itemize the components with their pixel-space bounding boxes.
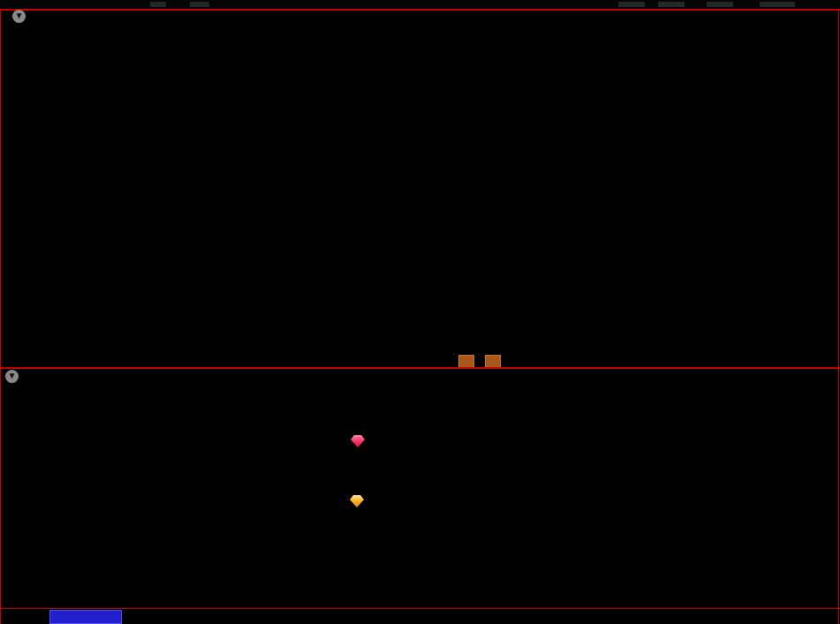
- right-border-line: [838, 9, 839, 624]
- gold-gem-icon: [350, 495, 364, 507]
- time-axis: [0, 609, 840, 624]
- rank-button[interactable]: [458, 355, 474, 368]
- first-date-box: [49, 610, 122, 624]
- candlestick-chart-canvas[interactable]: [0, 0, 840, 624]
- trading-app-window: ▼ ▼: [0, 0, 840, 624]
- collapse-panel-icon[interactable]: ▼: [5, 370, 19, 383]
- subpanel-header: ▼: [5, 369, 25, 383]
- left-border-line: [0, 9, 1, 624]
- panel-divider-line: [0, 367, 840, 369]
- preview-button[interactable]: [485, 355, 501, 368]
- ruby-gem-icon: [351, 435, 365, 447]
